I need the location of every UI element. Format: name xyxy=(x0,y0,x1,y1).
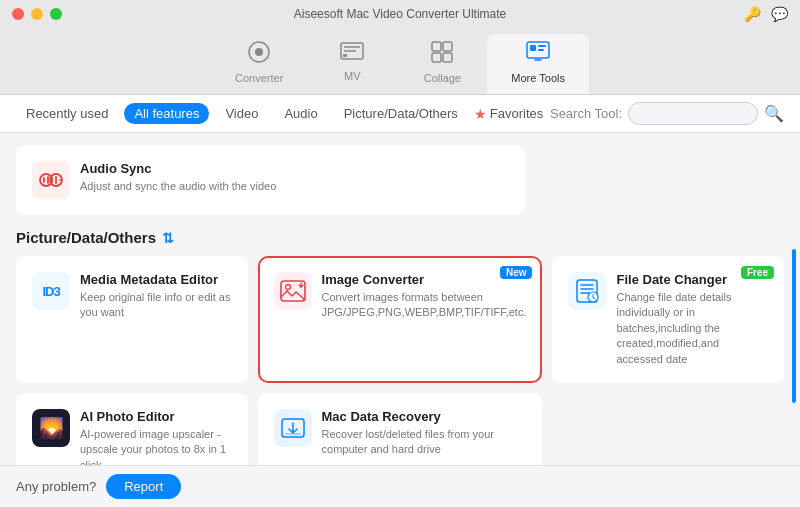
svg-rect-11 xyxy=(538,49,544,51)
image-converter-icon xyxy=(274,272,312,310)
converter-icon xyxy=(247,40,271,70)
card-media-metadata-title: Media Metadata Editor xyxy=(80,272,232,287)
tab-converter[interactable]: Converter xyxy=(211,34,307,94)
key-icon[interactable]: 🔑 xyxy=(744,6,761,22)
free-badge: Free xyxy=(741,266,774,279)
card-file-date-changer-body: File Date Changer Change file date detai… xyxy=(616,272,768,367)
scroll-accent xyxy=(792,249,796,403)
picture-data-others-heading: Picture/Data/Others ⇅ xyxy=(16,229,784,246)
favorites-star-icon: ★ xyxy=(474,106,487,122)
section-heading-label: Picture/Data/Others xyxy=(16,229,156,246)
filter-video[interactable]: Video xyxy=(215,103,268,124)
audio-sync-icon xyxy=(32,161,70,199)
search-area: Search Tool: 🔍 xyxy=(550,102,784,125)
filter-picture-data-others[interactable]: Picture/Data/Others xyxy=(334,103,468,124)
any-problem-label: Any problem? xyxy=(16,479,96,494)
card-mac-data-recovery-desc: Recover lost/deleted files from your com… xyxy=(322,427,527,458)
search-icon[interactable]: 🔍 xyxy=(764,104,784,123)
card-image-converter-title: Image Converter xyxy=(322,272,527,287)
titlebar-actions: 🔑 💬 xyxy=(744,6,788,22)
audio-section: Audio Sync Adjust and sync the audio wit… xyxy=(16,145,784,215)
sort-icon: ⇅ xyxy=(162,230,174,246)
card-audio-sync-title: Audio Sync xyxy=(80,161,509,176)
search-input[interactable] xyxy=(628,102,758,125)
card-image-converter-body: Image Converter Convert images formats b… xyxy=(322,272,527,321)
app-title: Aiseesoft Mac Video Converter Ultimate xyxy=(294,7,507,21)
tab-more-tools-label: More Tools xyxy=(511,72,565,84)
svg-rect-9 xyxy=(530,45,536,51)
svg-rect-19 xyxy=(285,433,301,435)
card-ai-photo-body: AI Photo Editor AI-powered image upscale… xyxy=(80,409,232,473)
filter-audio[interactable]: Audio xyxy=(274,103,327,124)
tab-collage[interactable]: Collage xyxy=(397,34,487,94)
filter-recently-used[interactable]: Recently used xyxy=(16,103,118,124)
svg-point-1 xyxy=(255,48,263,56)
card-audio-sync-desc: Adjust and sync the audio with the video xyxy=(80,179,509,194)
card-ai-photo-title: AI Photo Editor xyxy=(80,409,232,424)
filter-bar: Recently used All features Video Audio P… xyxy=(0,95,800,133)
filter-favorites-label: Favorites xyxy=(490,106,543,121)
more-tools-icon xyxy=(525,40,551,70)
minimize-button[interactable] xyxy=(31,8,43,20)
ai-photo-editor-icon: 🌄 xyxy=(32,409,70,447)
card-audio-sync-body: Audio Sync Adjust and sync the audio wit… xyxy=(80,161,509,194)
bottom-bar: Any problem? Report xyxy=(0,465,800,507)
tab-converter-label: Converter xyxy=(235,72,283,84)
svg-rect-6 xyxy=(432,53,441,62)
search-label: Search Tool: xyxy=(550,106,622,121)
card-mac-data-recovery-title: Mac Data Recovery xyxy=(322,409,527,424)
file-date-changer-icon xyxy=(568,272,606,310)
titlebar: Aiseesoft Mac Video Converter Ultimate 🔑… xyxy=(0,0,800,28)
card-image-converter[interactable]: Image Converter Convert images formats b… xyxy=(258,256,543,383)
card-mac-data-recovery-body: Mac Data Recovery Recover lost/deleted f… xyxy=(322,409,527,458)
filter-all-features[interactable]: All features xyxy=(124,103,209,124)
svg-rect-3 xyxy=(343,54,347,57)
svg-rect-4 xyxy=(432,42,441,51)
mac-data-recovery-icon xyxy=(274,409,312,447)
svg-rect-7 xyxy=(443,53,452,62)
mv-icon xyxy=(340,40,364,68)
card-file-date-changer-desc: Change file date details individually or… xyxy=(616,290,768,367)
nav-tabs: Converter MV Collage xyxy=(0,28,800,95)
message-icon[interactable]: 💬 xyxy=(771,6,788,22)
tab-mv[interactable]: MV xyxy=(307,34,397,94)
svg-rect-10 xyxy=(538,45,546,47)
media-metadata-editor-icon: ID3 xyxy=(32,272,70,310)
svg-point-15 xyxy=(285,285,290,290)
card-image-converter-desc: Convert images formats between JPG/JPEG,… xyxy=(322,290,527,321)
tab-mv-label: MV xyxy=(344,70,361,82)
filter-favorites[interactable]: ★ Favorites xyxy=(474,106,543,122)
report-button[interactable]: Report xyxy=(106,474,181,499)
close-button[interactable] xyxy=(12,8,24,20)
new-badge: New xyxy=(500,266,533,279)
card-audio-sync[interactable]: Audio Sync Adjust and sync the audio wit… xyxy=(16,145,525,215)
svg-rect-5 xyxy=(443,42,452,51)
picture-data-others-section: ID3 Media Metadata Editor Keep original … xyxy=(16,256,784,489)
card-media-metadata-body: Media Metadata Editor Keep original file… xyxy=(80,272,232,321)
collage-icon xyxy=(430,40,454,70)
window-controls xyxy=(12,8,62,20)
card-file-date-changer[interactable]: File Date Changer Change file date detai… xyxy=(552,256,784,383)
main-content: Audio Sync Adjust and sync the audio wit… xyxy=(0,133,800,507)
card-media-metadata-editor[interactable]: ID3 Media Metadata Editor Keep original … xyxy=(16,256,248,383)
card-media-metadata-desc: Keep original file info or edit as you w… xyxy=(80,290,232,321)
tab-collage-label: Collage xyxy=(424,72,461,84)
tab-more-tools[interactable]: More Tools xyxy=(487,34,589,94)
maximize-button[interactable] xyxy=(50,8,62,20)
